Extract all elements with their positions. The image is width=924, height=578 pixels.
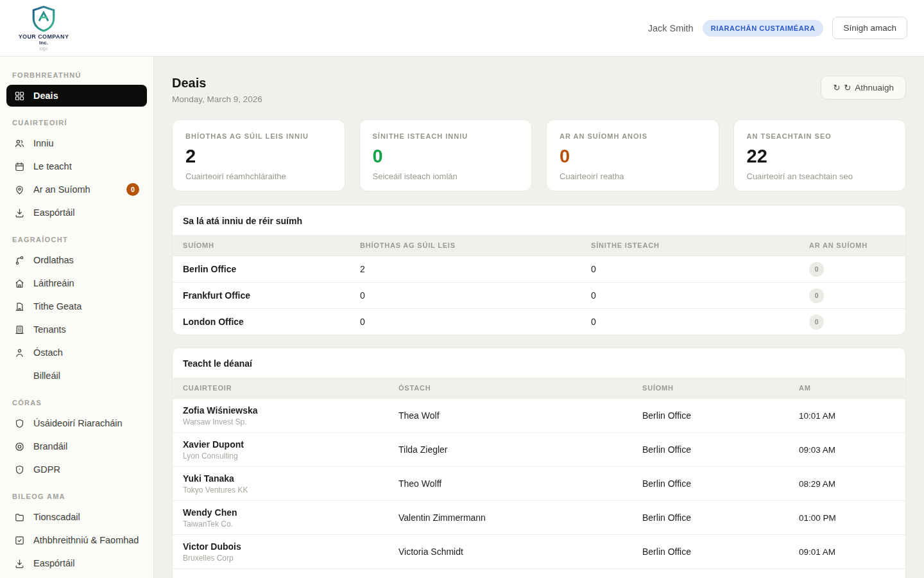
sidebar-item-label: Ordlathas [33, 255, 139, 265]
table-header-row: CUAIRTEOIR ÓSTACH SUÍOMH AM [173, 378, 905, 398]
shield-dot-icon [14, 464, 25, 475]
company-logo: YOUR COMPANY Inc. logo [17, 5, 71, 51]
logo-inc-text: Inc. [39, 40, 48, 46]
on-site-cell: 0 [799, 288, 905, 303]
sidebar-item-label: Easpórtáil [33, 207, 139, 218]
host-cell: Valentin Zimmermann [388, 512, 632, 523]
sidebar-item-upcoming[interactable]: Le teacht [6, 155, 147, 177]
section-visitors: CUAIRTEOIRÍ [6, 108, 147, 131]
sidebar-item-label: GDPR [33, 464, 139, 475]
target-icon [14, 441, 25, 452]
refresh-icon: ↻ [833, 83, 840, 92]
on-site-count-pill: 0 [809, 288, 824, 303]
host-cell: Theo Wolff [388, 478, 632, 489]
calendar-icon [14, 161, 25, 172]
table-row: Berlin Office 2 0 0 [173, 256, 905, 282]
host-cell: Tilda Ziegler [388, 444, 632, 455]
table-row: Victor Dubois Bruxelles Corp Victoria Sc… [173, 534, 905, 568]
on-site-cell: 0 [799, 262, 905, 277]
column-header: SUÍOMH [173, 241, 350, 249]
sidebar-item-today[interactable]: Inniu [6, 132, 147, 154]
check-square-icon [14, 535, 25, 546]
on-site-cell: 0 [799, 315, 905, 329]
site-cell: Berlin Office [632, 547, 789, 557]
column-header: AR AN SUÍOMH [799, 241, 905, 249]
sidebar-item-hierarchy[interactable]: Ordlathas [6, 249, 147, 271]
visitor-name: Zofia Wiśniewska [183, 405, 378, 416]
sidebar-item-label: Óstach [33, 347, 139, 358]
signed-in-cell: 0 [581, 264, 799, 274]
sidebar-item-gatehouses[interactable]: Tithe Geata [6, 295, 147, 317]
column-header: AM [789, 384, 905, 392]
refresh-button[interactable]: ↻ ↻ Athnuaigh [821, 76, 906, 100]
sidebar-item-export-timesheet[interactable]: Easpórtáil [6, 552, 147, 574]
visitor-company: Lyon Consulting [183, 451, 378, 460]
sidebar-item-hosts[interactable]: Óstach [6, 342, 147, 363]
visitor-cell: Zofia Wiśniewska Warsaw Invest Sp. [173, 405, 388, 426]
refresh-label: Athnuaigh [855, 83, 894, 92]
sidebar-item-branding[interactable]: Brandáil [6, 435, 147, 457]
office-building-icon [14, 324, 25, 335]
table-row: Zofia Wiśniewska Warsaw Invest Sp. Thea … [173, 398, 905, 432]
stat-cards: BHÍOTHAS AG SÚIL LEIS INNIU 2 Cuairteoir… [172, 119, 906, 191]
signed-in-cell: 0 [581, 317, 799, 327]
sidebar-item-tenants[interactable]: Tenants [6, 319, 147, 340]
download-icon [14, 558, 25, 569]
section-system: CÓRAS [6, 388, 147, 411]
visitor-cell: Xavier Dupont Lyon Consulting [173, 439, 388, 460]
dashboard-grid-icon [14, 91, 25, 101]
time-cell: 10:01 AM [789, 411, 905, 421]
sign-out-button[interactable]: Sínigh amach [832, 17, 907, 39]
stat-card-expected-today: BHÍOTHAS AG SÚIL LEIS INNIU 2 Cuairteoir… [172, 119, 345, 191]
sidebar-item-export-visitors[interactable]: Easpórtáil [6, 202, 147, 223]
sidebar-item-projects[interactable]: Tionscadail [6, 506, 147, 528]
sidebar-item-label: Le teacht [33, 161, 139, 171]
panel-title: Sa lá atá inniu de réir suímh [173, 206, 905, 235]
sidebar-item-gdpr[interactable]: GDPR [6, 459, 147, 480]
sidebar-item-review-approval[interactable]: Athbhreithniú & Faomhadh [6, 529, 147, 551]
visitor-company: Tokyo Ventures KK [183, 486, 378, 495]
person-icon [14, 347, 25, 358]
visitor-name: Xavier Dupont [183, 439, 378, 450]
visitor-name: Wendy Chen [183, 507, 378, 518]
table-row: Frankfurt Office 0 0 0 [173, 282, 905, 308]
site-cell: Berlin Office [632, 410, 789, 421]
page-title: Deais [172, 76, 262, 91]
sidebar-item-label: Tionscadail [33, 512, 139, 522]
expected-cell: 0 [350, 290, 581, 301]
refresh-icon: ↻ [844, 83, 851, 92]
sidebar-item-admin-users[interactable]: Úsáideoirí Riaracháin [6, 412, 147, 434]
time-cell: 08:29 AM [789, 479, 905, 489]
sidebar-item-billing[interactable]: Billeáil [6, 365, 147, 387]
signed-in-cell: 0 [581, 290, 799, 301]
sidebar-item-label: Brandáil [33, 441, 139, 451]
host-cell: Victoria Schmidt [388, 547, 632, 557]
sidebar-item-sites[interactable]: Láithreáin [6, 272, 147, 294]
table-header-row: SUÍOMH BHÍOTHAS AG SÚIL LEIS SÍNITHE IST… [173, 235, 905, 256]
sidebar: FORBHREATHNÚ Deais CUAIRTEOIRÍ Inniu Le … [0, 57, 154, 578]
stat-label: AN TSEACHTAIN SEO [747, 132, 893, 140]
column-header: ÓSTACH [388, 384, 632, 392]
time-cell: 09:01 AM [789, 547, 905, 557]
topbar: YOUR COMPANY Inc. logo Jack Smith RIARAC… [0, 0, 924, 57]
sidebar-item-dashboard[interactable]: Deais [6, 85, 147, 107]
column-header: BHÍOTHAS AG SÚIL LEIS [350, 241, 581, 249]
main-content: Deais Monday, March 9, 2026 ↻ ↻ Athnuaig… [154, 57, 924, 578]
column-header: CUAIRTEOIR [173, 384, 388, 392]
stat-subtext: Cuairteoirí réamhchláraithe [185, 171, 332, 181]
hierarchy-icon [14, 255, 25, 266]
column-header: SUÍOMH [632, 384, 789, 392]
on-site-count-badge: 0 [126, 183, 139, 196]
section-overview: FORBHREATHNÚ [6, 60, 147, 83]
sidebar-item-label: Láithreáin [33, 278, 139, 288]
site-cell: Berlin Office [173, 264, 350, 274]
table-row: Yuki Tanaka Tokyo Ventures KK Theo Wolff… [173, 466, 905, 500]
stat-value: 0 [373, 146, 519, 167]
visitor-cell: Victor Dubois Bruxelles Corp [173, 541, 388, 563]
stat-subtext: Seiceáil isteach iomlán [373, 171, 519, 181]
site-cell: Berlin Office [632, 478, 789, 489]
sidebar-item-label: Athbhreithniú & Faomhadh [33, 535, 139, 545]
recent-arrivals-panel: Teacht le déanaí CUAIRTEOIR ÓSTACH SUÍOM… [172, 347, 906, 578]
sidebar-item-on-site[interactable]: Ar an Suíomh 0 [6, 179, 147, 200]
visitor-name: Victor Dubois [183, 541, 378, 552]
